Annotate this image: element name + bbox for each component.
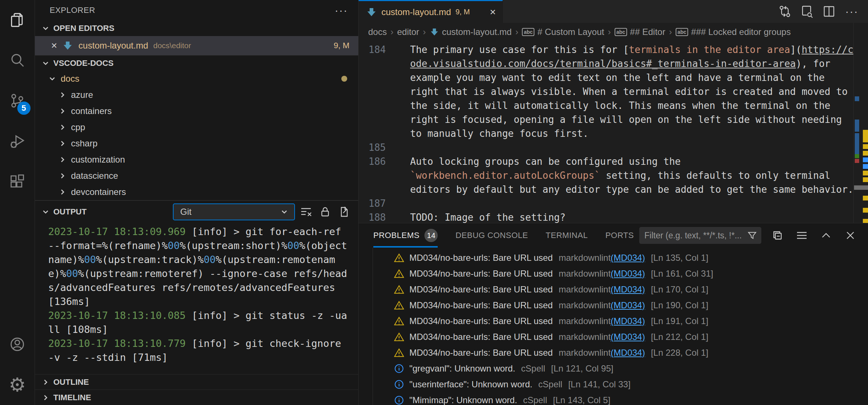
- tree-item-containers[interactable]: containers: [35, 103, 358, 119]
- panel-header: PROBLEMS14DEBUG CONSOLETERMINALPORTS: [359, 223, 868, 248]
- settings-gear-icon[interactable]: ⚙: [0, 365, 35, 405]
- collapse-all-icon[interactable]: [769, 227, 786, 244]
- problem-row[interactable]: MD034/no-bare-urls: Bare URL usedmarkdow…: [359, 281, 868, 297]
- tree-item-cpp[interactable]: cpp: [35, 119, 358, 135]
- problem-location: [Ln 228, Col 1]: [651, 348, 708, 358]
- panel-tab-problems[interactable]: PROBLEMS14: [373, 223, 438, 248]
- symbol-string-icon: abc: [615, 28, 627, 36]
- editor-more-actions-icon[interactable]: ···: [843, 5, 861, 18]
- breadcrumb-item[interactable]: docs: [368, 27, 387, 37]
- source-control-icon[interactable]: 5: [0, 81, 35, 121]
- output-channel-select[interactable]: Git: [173, 203, 295, 220]
- overview-ruler[interactable]: [853, 23, 868, 223]
- problem-row[interactable]: "gregvanl": Unknown word.cSpell[Ln 121, …: [359, 360, 868, 376]
- panel-actions: [639, 227, 858, 244]
- close-panel-icon[interactable]: [842, 227, 858, 244]
- modified-dot: [341, 76, 347, 82]
- search-icon[interactable]: [0, 40, 35, 81]
- run-and-debug-icon[interactable]: [0, 121, 35, 162]
- open-editors-header[interactable]: OPEN EDITORS: [35, 21, 358, 36]
- open-output-in-editor-icon[interactable]: [336, 204, 352, 220]
- open-editor-description: docs\editor: [153, 41, 191, 50]
- editor-line-187[interactable]: 187: [359, 196, 868, 210]
- tree-item-datascience[interactable]: datascience: [35, 168, 358, 184]
- tree-item-devcontainers[interactable]: devcontainers: [35, 184, 358, 200]
- markdown-file-icon: [430, 27, 439, 37]
- clear-output-icon[interactable]: [298, 204, 314, 220]
- problems-filter[interactable]: [639, 227, 761, 244]
- vscode-workbench: 5 ⚙ EXPLORER ··· OPEN EDITORS × custom-l…: [0, 0, 868, 405]
- breadcrumb-item[interactable]: abc# Custom Layout: [522, 27, 604, 37]
- problem-row[interactable]: "Mimimap": Unknown word.cSpell[Ln 143, C…: [359, 392, 868, 405]
- problem-row[interactable]: MD034/no-bare-urls: Bare URL usedmarkdow…: [359, 345, 868, 360]
- output-label[interactable]: OUTPUT: [53, 207, 86, 217]
- lock-scrolling-icon[interactable]: [317, 204, 333, 220]
- problem-code-link[interactable]: (MD034): [611, 253, 645, 263]
- problem-row[interactable]: "userinterface": Unknown word.cSpell[Ln …: [359, 376, 868, 392]
- panel-tab-terminal[interactable]: TERMINAL: [546, 223, 588, 248]
- outline-section-header[interactable]: OUTLINE: [35, 374, 358, 390]
- close-tab-icon[interactable]: ×: [490, 6, 496, 18]
- problem-source: markdownlint: [559, 253, 611, 263]
- problem-code-link[interactable]: (MD034): [611, 300, 645, 310]
- problem-message: MD034/no-bare-urls: Bare URL used: [409, 269, 553, 279]
- problem-row[interactable]: MD034/no-bare-urls: Bare URL usedmarkdow…: [359, 266, 868, 281]
- problem-code-link[interactable]: (MD034): [611, 332, 645, 342]
- problem-code-link[interactable]: (MD034): [611, 269, 645, 279]
- problem-code-link[interactable]: (MD034): [611, 284, 645, 295]
- scrollbar-thumb[interactable]: [854, 185, 868, 190]
- editor-content[interactable]: 184The primary use case for this is for …: [359, 41, 868, 223]
- filter-input[interactable]: [644, 231, 747, 241]
- bottom-panel: PROBLEMS14DEBUG CONSOLETERMINALPORTS: [359, 223, 868, 405]
- tree-item-docs[interactable]: docs: [35, 71, 358, 87]
- view-menu-icon[interactable]: [794, 227, 810, 244]
- open-preview-icon[interactable]: [799, 3, 815, 19]
- open-editor-item[interactable]: × custom-layout.md docs\editor 9, M: [35, 36, 358, 55]
- breadcrumb-item[interactable]: custom-layout.md: [430, 27, 512, 37]
- tree-item-customization[interactable]: customization: [35, 152, 358, 168]
- problem-row[interactable]: MD034/no-bare-urls: Bare URL usedmarkdow…: [359, 313, 868, 329]
- tree-item-csharp[interactable]: csharp: [35, 135, 358, 152]
- open-editor-badge: 9, M: [334, 41, 349, 50]
- breadcrumb-separator: ›: [608, 27, 611, 37]
- breadcrumb-item[interactable]: abc### Locked editor groups: [676, 27, 791, 37]
- editor-line-184[interactable]: 184The primary use case for this is for …: [359, 43, 868, 141]
- sidebar-more-actions-icon[interactable]: ···: [335, 4, 348, 17]
- line-number: 186: [359, 154, 410, 196]
- breadcrumb-item[interactable]: editor: [397, 27, 419, 37]
- timeline-section-header[interactable]: TIMELINE: [35, 390, 358, 405]
- editor-line-188[interactable]: 188TODO: Image of the setting?: [359, 210, 868, 223]
- open-changes-icon[interactable]: [777, 3, 793, 19]
- workspace-section-header[interactable]: VSCODE-DOCS: [35, 55, 358, 71]
- problem-source: markdownlint: [559, 348, 611, 358]
- problem-code-link[interactable]: (MD034): [611, 316, 645, 326]
- problem-row[interactable]: MD034/no-bare-urls: Bare URL usedmarkdow…: [359, 297, 868, 313]
- maximize-panel-icon[interactable]: [818, 227, 834, 244]
- problem-message: "Mimimap": Unknown word.: [409, 395, 517, 405]
- scm-badge: 5: [17, 102, 31, 115]
- editor-line-185[interactable]: 185: [359, 141, 868, 154]
- problem-row[interactable]: MD034/no-bare-urls: Bare URL usedmarkdow…: [359, 250, 868, 266]
- problem-message: "userinterface": Unknown word.: [409, 379, 533, 390]
- accounts-icon[interactable]: [0, 324, 35, 365]
- tab-custom-layout[interactable]: custom-layout.md 9, M ×: [359, 0, 503, 23]
- breadcrumb-item[interactable]: abc## Editor: [615, 27, 665, 37]
- problem-message: MD034/no-bare-urls: Bare URL used: [409, 300, 553, 310]
- markdown-file-icon: [366, 7, 377, 18]
- explorer-icon[interactable]: [0, 0, 35, 40]
- panel-tab-debug-console[interactable]: DEBUG CONSOLE: [455, 223, 528, 248]
- problems-count-badge: 14: [424, 229, 438, 242]
- chevron-down-icon[interactable]: [41, 207, 50, 217]
- editor-line-186[interactable]: 186Auto locking groups can be configured…: [359, 154, 868, 196]
- line-number: 187: [359, 196, 410, 210]
- problem-location: [Ln 190, Col 1]: [651, 300, 708, 310]
- problem-row[interactable]: MD034/no-bare-urls: Bare URL usedmarkdow…: [359, 329, 868, 345]
- split-editor-icon[interactable]: [821, 3, 837, 19]
- timeline-label: TIMELINE: [53, 393, 91, 402]
- close-editor-icon[interactable]: ×: [51, 40, 57, 51]
- problem-code-link[interactable]: (MD034): [611, 348, 645, 358]
- tree-item-azure[interactable]: azure: [35, 87, 358, 103]
- panel-tab-ports[interactable]: PORTS: [605, 223, 634, 248]
- extensions-icon[interactable]: [0, 162, 35, 202]
- warning-icon: [394, 300, 404, 310]
